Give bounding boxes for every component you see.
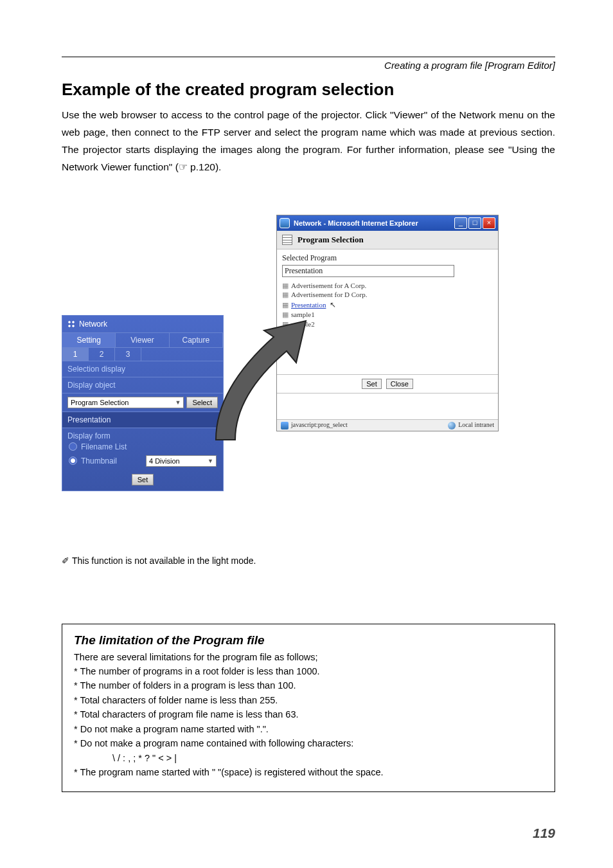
figure-area: Network - Microsoft Internet Explorer _ …: [62, 215, 555, 556]
ie-window: Network - Microsoft Internet Explorer _ …: [276, 215, 499, 431]
select-button[interactable]: Select: [186, 397, 218, 408]
ie-icon: [281, 422, 289, 429]
set-button[interactable]: Set: [362, 379, 382, 389]
cursor-icon: ↖: [330, 300, 336, 310]
dots-icon: [67, 320, 75, 328]
window-titlebar[interactable]: Network - Microsoft Internet Explorer _ …: [277, 215, 498, 231]
radio-icon: [69, 457, 77, 465]
doc-icon: ▦: [282, 290, 289, 300]
tab-setting[interactable]: Setting: [62, 333, 116, 347]
tab-3[interactable]: 3: [115, 348, 141, 361]
intranet-icon: [448, 422, 456, 429]
box-line: * The number of programs in a root folde…: [74, 664, 543, 678]
tab-viewer[interactable]: Viewer: [116, 333, 169, 347]
page-title: Example of the created program selection: [62, 80, 555, 100]
chevron-down-icon: ▼: [208, 458, 213, 464]
list-item[interactable]: ▦sample2: [282, 320, 493, 329]
minimize-icon[interactable]: _: [454, 217, 467, 229]
selected-program-field[interactable]: Presentation: [282, 265, 454, 277]
doc-icon: ▦: [282, 281, 289, 291]
program-selection-dropdown[interactable]: Program Selection ▼: [67, 397, 184, 408]
grid-icon: [282, 235, 292, 245]
row-presentation[interactable]: Presentation: [62, 412, 223, 428]
page-number: 119: [533, 826, 555, 841]
row-display-object[interactable]: Display object: [62, 377, 223, 393]
box-line: * Total characters of folder name is les…: [74, 693, 543, 707]
list-item[interactable]: ▦Presentation↖: [282, 300, 493, 310]
doc-icon: ▦: [282, 310, 289, 320]
box-title: The limitation of the Program file: [74, 633, 543, 647]
doc-icon: ▦: [282, 320, 289, 329]
top-rule: [62, 57, 555, 57]
note: ✐This function is not available in the l…: [62, 556, 555, 566]
selected-program-label: Selected Program: [282, 253, 493, 263]
row-display-form: Display form: [62, 428, 223, 440]
ie-icon: [280, 218, 290, 228]
tab-1[interactable]: 1: [62, 348, 89, 361]
radio-filename-list[interactable]: Filename List: [62, 440, 223, 453]
box-line: * Do not make a program name started wit…: [74, 722, 543, 736]
status-left: javascript:prog_select: [291, 421, 348, 428]
program-list: ▦Advertisement for A Corp. ▦Advertisemen…: [282, 281, 493, 330]
panel-header: Network: [62, 316, 223, 333]
tab-2[interactable]: 2: [89, 348, 115, 361]
box-line: * Total characters of program file name …: [74, 707, 543, 721]
button-row: Set Close: [277, 374, 498, 393]
maximize-icon[interactable]: □: [468, 217, 481, 229]
close-button[interactable]: Close: [386, 379, 413, 389]
list-item[interactable]: ▦Advertisement for D Corp.: [282, 290, 493, 300]
section-header-text: Program Selection: [298, 235, 364, 245]
list-item[interactable]: ▦Advertisement for A Corp.: [282, 281, 493, 291]
tab-capture[interactable]: Capture: [170, 333, 223, 347]
division-dropdown[interactable]: 4 Division ▼: [146, 455, 217, 467]
status-right: Local intranet: [458, 421, 494, 428]
status-bar: javascript:prog_select Local intranet: [277, 419, 498, 431]
box-intro: There are several limitations for the pr…: [74, 650, 543, 664]
number-tabs: 1 2 3: [62, 348, 223, 361]
network-panel: Network Setting Viewer Capture 1 2 3 Sel…: [62, 315, 224, 491]
close-icon[interactable]: ×: [483, 217, 495, 229]
doc-icon: ▦: [282, 300, 289, 310]
radio-thumbnail[interactable]: Thumbnail 4 Division ▼: [62, 453, 223, 469]
main-tabs: Setting Viewer Capture: [62, 333, 223, 348]
box-line: * Do not make a program name contained w…: [74, 736, 543, 750]
breadcrumb: Creating a program file [Program Editor]: [62, 60, 555, 71]
radio-icon: [69, 442, 77, 451]
list-item[interactable]: ▦sample1: [282, 310, 493, 320]
box-line: * The program name started with " "(spac…: [74, 765, 543, 779]
box-chars: \ / : , ; * ? " < > |: [112, 751, 543, 765]
set-button[interactable]: Set: [132, 474, 154, 485]
intro-paragraph: Use the web browser to access to the con…: [62, 106, 555, 176]
section-header: Program Selection: [277, 231, 498, 249]
box-line: * The number of folders in a program is …: [74, 678, 543, 692]
limitation-box: The limitation of the Program file There…: [62, 624, 555, 792]
program-selection-row: Program Selection ▼ Select: [62, 393, 223, 412]
chevron-down-icon: ▼: [175, 399, 181, 406]
row-selection-display[interactable]: Selection display: [62, 361, 223, 377]
pencil-icon: ✐: [62, 556, 69, 566]
panel-title: Network: [79, 320, 107, 329]
window-title: Network - Microsoft Internet Explorer: [294, 219, 450, 227]
